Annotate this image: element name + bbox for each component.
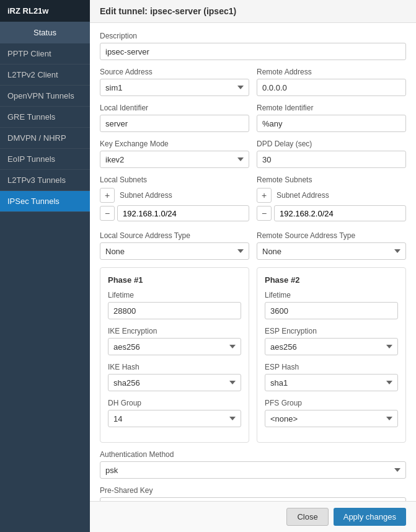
phase2-lifetime-group: Lifetime: [265, 291, 398, 319]
phase1-lifetime-input[interactable]: [108, 302, 241, 319]
remote-subnets-section: Remote Subnets + Subnet Address −: [257, 175, 406, 224]
esp-hash-select[interactable]: sha1 sha256 md5: [265, 374, 398, 391]
remote-identifier-label: Remote Identifier: [257, 104, 406, 112]
ike-encryption-group: IKE Encryption aes256 aes128 3des: [108, 327, 241, 355]
psk-group: Pre-Shared Key: [100, 486, 406, 501]
apply-changes-button[interactable]: Apply changes: [334, 508, 406, 526]
source-address-group: Source Address sim1 sim2 eth0: [100, 68, 249, 96]
dpd-delay-group: DPD Delay (sec): [257, 140, 406, 168]
local-subnet-row: −: [100, 205, 249, 221]
sidebar-item-l2tpv3-tunnels[interactable]: L2TPv3 Tunnels: [0, 170, 90, 191]
ike-encryption-select[interactable]: aes256 aes128 3des: [108, 338, 241, 355]
remote-source-type-group: Remote Source Address Type None IP Netwo…: [257, 231, 406, 260]
source-address-label: Source Address: [100, 68, 249, 76]
phase1-lifetime-label: Lifetime: [108, 291, 241, 299]
esp-encryption-select[interactable]: aes256 aes128 3des: [265, 338, 398, 355]
esp-hash-label: ESP Hash: [265, 363, 398, 371]
esp-encryption-label: ESP Encryption: [265, 327, 398, 335]
remote-address-group: Remote Address: [257, 68, 406, 96]
key-exchange-label: Key Exchange Mode: [100, 140, 249, 148]
remote-subnet-row: −: [257, 205, 406, 221]
dh-group-group: DH Group 14 2 5: [108, 399, 241, 427]
local-source-type-select[interactable]: None IP Network: [100, 242, 249, 260]
psk-label: Pre-Shared Key: [100, 486, 406, 495]
esp-hash-group: ESP Hash sha1 sha256 md5: [265, 363, 398, 391]
description-group: Description: [100, 32, 406, 60]
edit-tunnel-modal: Edit tunnel: ipsec-server (ipsec1) Descr…: [90, 0, 416, 532]
sidebar-item-eoip-tunnels[interactable]: EoIP Tunnels: [0, 149, 90, 170]
local-source-type-label: Local Source Address Type: [100, 231, 249, 240]
modal-title: Edit tunnel: ipsec-server (ipsec1): [90, 0, 416, 23]
pfs-group-group: PFS Group <none> 2 5 14: [265, 399, 398, 427]
app-title: iRZ RL21w: [0, 0, 90, 22]
remote-source-type-select[interactable]: None IP Network: [257, 242, 406, 260]
dpd-delay-label: DPD Delay (sec): [257, 140, 406, 148]
sidebar-item-pptp-client[interactable]: PPTP Client: [0, 43, 90, 64]
local-identifier-input[interactable]: [100, 115, 249, 132]
remote-identifier-input[interactable]: [257, 115, 406, 132]
description-label: Description: [100, 32, 406, 40]
phase1-box: Phase #1 Lifetime IKE Encryption aes256 …: [100, 267, 249, 443]
remote-identifier-group: Remote Identifier: [257, 104, 406, 132]
phase2-box: Phase #2 Lifetime ESP Encryption aes256 …: [257, 267, 406, 443]
esp-encryption-group: ESP Encryption aes256 aes128 3des: [265, 327, 398, 355]
local-subnet-input[interactable]: [117, 205, 249, 221]
ike-hash-select[interactable]: sha256 sha1 md5: [108, 374, 241, 391]
description-input[interactable]: [100, 43, 406, 60]
phase1-title: Phase #1: [108, 275, 241, 285]
key-exchange-select[interactable]: ikev2 ikev1: [100, 151, 249, 168]
local-identifier-label: Local Identifier: [100, 104, 249, 112]
remote-address-input[interactable]: [257, 79, 406, 96]
add-remote-subnet-button[interactable]: +: [257, 188, 272, 203]
ike-encryption-label: IKE Encryption: [108, 327, 241, 335]
remote-subnet-input[interactable]: [274, 205, 406, 221]
sidebar-item-openvpn-tunnels[interactable]: OpenVPN Tunnels: [0, 86, 90, 107]
local-subnets-section: Local Subnets + Subnet Address −: [100, 175, 249, 224]
local-subnet-column-header: Subnet Address: [120, 191, 172, 200]
dh-group-select[interactable]: 14 2 5: [108, 410, 241, 427]
local-subnets-label: Local Subnets: [100, 175, 249, 184]
remote-source-type-label: Remote Source Address Type: [257, 231, 406, 240]
remote-subnet-header-row: + Subnet Address: [257, 188, 406, 203]
dh-group-label: DH Group: [108, 399, 241, 407]
sidebar-item-gre-tunnels[interactable]: GRE Tunnels: [0, 107, 90, 128]
sidebar-item-l2tpv2-client[interactable]: L2TPv2 Client: [0, 64, 90, 86]
close-button[interactable]: Close: [286, 508, 328, 526]
ike-hash-label: IKE Hash: [108, 363, 241, 371]
source-address-select[interactable]: sim1 sim2 eth0: [100, 79, 249, 96]
modal-body: Description Source Address sim1 sim2 eth…: [90, 23, 416, 501]
key-exchange-group: Key Exchange Mode ikev2 ikev1: [100, 140, 249, 168]
auth-method-group: Authentication Method psk certificate: [100, 450, 406, 479]
remote-subnet-column-header: Subnet Address: [277, 191, 329, 200]
pfs-group-select[interactable]: <none> 2 5 14: [265, 410, 398, 427]
local-source-type-group: Local Source Address Type None IP Networ…: [100, 231, 249, 260]
remote-subnets-label: Remote Subnets: [257, 175, 406, 184]
auth-method-label: Authentication Method: [100, 450, 406, 459]
local-identifier-group: Local Identifier: [100, 104, 249, 132]
phase2-title: Phase #2: [265, 275, 398, 285]
phase2-lifetime-input[interactable]: [265, 302, 398, 319]
ike-hash-group: IKE Hash sha256 sha1 md5: [108, 363, 241, 391]
auth-method-select[interactable]: psk certificate: [100, 461, 406, 479]
sidebar-item-ipsec-tunnels[interactable]: IPSec Tunnels: [0, 191, 90, 212]
modal-footer: Close Apply changes: [90, 501, 416, 532]
remove-remote-subnet-button[interactable]: −: [257, 206, 272, 221]
dpd-delay-input[interactable]: [257, 151, 406, 168]
phase1-lifetime-group: Lifetime: [108, 291, 241, 319]
sidebar-item-dmvpn-nhrp[interactable]: DMVPN / NHRP: [0, 128, 90, 149]
pfs-group-label: PFS Group: [265, 399, 398, 407]
status-button[interactable]: Status: [0, 22, 90, 43]
local-subnet-header-row: + Subnet Address: [100, 188, 249, 203]
sidebar: iRZ RL21w Status PPTP Client L2TPv2 Clie…: [0, 0, 90, 532]
remove-local-subnet-button[interactable]: −: [100, 206, 115, 221]
remote-address-label: Remote Address: [257, 68, 406, 76]
add-local-subnet-button[interactable]: +: [100, 188, 115, 203]
phase2-lifetime-label: Lifetime: [265, 291, 398, 299]
